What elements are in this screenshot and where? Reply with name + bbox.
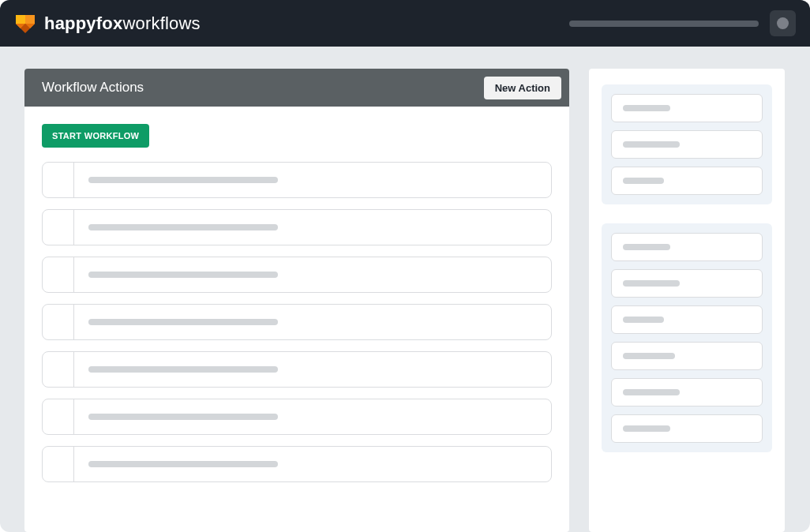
drag-handle-icon[interactable] (43, 305, 74, 339)
action-row[interactable] (42, 351, 552, 388)
avatar-dot-icon (777, 17, 789, 29)
side-item[interactable] (611, 414, 763, 443)
topbar: happyfoxworkflows (0, 0, 810, 47)
side-item[interactable] (611, 130, 763, 159)
action-row[interactable] (42, 257, 552, 293)
action-skeleton (88, 319, 278, 325)
side-item[interactable] (611, 167, 763, 195)
new-action-button[interactable]: New Action (484, 77, 561, 99)
side-skeleton (623, 141, 680, 148)
action-skeleton (88, 177, 278, 183)
drag-handle-icon[interactable] (43, 447, 74, 481)
drag-handle-icon[interactable] (43, 352, 74, 387)
side-group (602, 223, 772, 452)
action-content (74, 163, 551, 197)
action-content (74, 210, 551, 245)
side-skeleton (623, 280, 680, 287)
action-content (74, 305, 551, 339)
brand: happyfoxworkflows (14, 13, 201, 35)
brand-name: happyfoxworkflows (44, 13, 201, 34)
panel-title: Workflow Actions (42, 80, 144, 96)
side-item[interactable] (611, 94, 763, 122)
action-row[interactable] (42, 209, 552, 245)
side-item[interactable] (611, 305, 763, 334)
side-group (602, 84, 772, 204)
side-skeleton (623, 105, 670, 111)
action-content (74, 352, 551, 387)
side-skeleton (623, 317, 664, 323)
side-item[interactable] (611, 378, 763, 406)
app-frame: happyfoxworkflows Workflow Actions New A… (0, 0, 810, 532)
content: Workflow Actions New Action START WORKFL… (0, 47, 810, 532)
side-item[interactable] (611, 342, 763, 370)
action-content (74, 447, 551, 481)
side-skeleton (623, 353, 675, 359)
action-row[interactable] (42, 304, 552, 340)
side-skeleton (623, 244, 670, 250)
drag-handle-icon[interactable] (43, 399, 74, 434)
search-skeleton (569, 21, 759, 27)
side-panel (589, 69, 785, 532)
avatar[interactable] (770, 10, 796, 36)
main-panel: Workflow Actions New Action START WORKFL… (24, 69, 569, 532)
panel-body: START WORKFLOW (24, 107, 569, 532)
panel-header: Workflow Actions New Action (24, 69, 569, 107)
side-item[interactable] (611, 233, 763, 261)
brand-logo-icon (14, 13, 36, 35)
action-row[interactable] (42, 399, 552, 435)
topbar-right (569, 10, 796, 36)
side-skeleton (623, 178, 664, 184)
side-skeleton (623, 389, 680, 395)
side-skeleton (623, 425, 670, 432)
action-skeleton (88, 272, 278, 278)
action-row[interactable] (42, 446, 552, 482)
drag-handle-icon[interactable] (43, 163, 74, 197)
action-skeleton (88, 461, 278, 467)
side-item[interactable] (611, 269, 763, 298)
drag-handle-icon[interactable] (43, 257, 74, 292)
action-content (74, 399, 551, 434)
action-row[interactable] (42, 162, 552, 198)
start-workflow-button[interactable]: START WORKFLOW (42, 124, 149, 148)
action-skeleton (88, 224, 278, 230)
action-skeleton (88, 366, 278, 373)
action-content (74, 257, 551, 292)
action-skeleton (88, 414, 278, 420)
drag-handle-icon[interactable] (43, 210, 74, 245)
